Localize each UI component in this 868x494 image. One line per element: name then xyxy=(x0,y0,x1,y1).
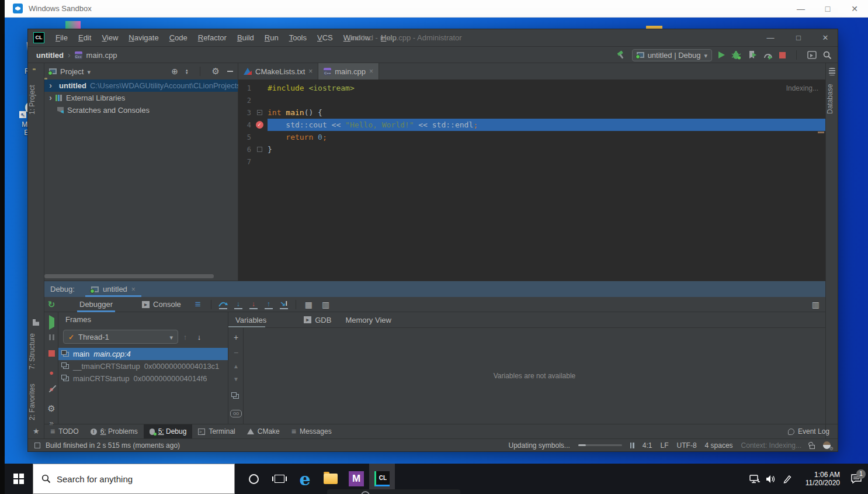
close-tab-icon[interactable]: × xyxy=(369,67,373,75)
stripe-tab-database[interactable]: Database xyxy=(826,78,838,119)
search-everywhere-icon[interactable] xyxy=(823,51,832,60)
step-into-icon[interactable]: ↓ xyxy=(233,300,244,309)
step-out-icon[interactable]: ↑ xyxy=(263,300,274,309)
line-number[interactable]: 6 xyxy=(238,146,251,154)
toolbar-tab-problems[interactable]: 6: Problems xyxy=(85,424,144,439)
tool-window-quick-access-icon[interactable] xyxy=(807,51,817,59)
tab-debugger[interactable]: Debugger xyxy=(74,297,119,312)
fold-marker-icon[interactable]: − xyxy=(257,110,262,115)
toolbar-tab-terminal[interactable]: Terminal xyxy=(192,424,241,439)
line-number[interactable]: 1 xyxy=(238,84,251,92)
error-stripe-mark[interactable] xyxy=(818,132,824,133)
fold-marker-icon[interactable] xyxy=(257,147,262,152)
stripe-tab-project[interactable]: 1: Project xyxy=(28,80,44,120)
debug-button[interactable] xyxy=(731,50,741,60)
locate-file-icon[interactable] xyxy=(171,67,178,76)
menu-run[interactable]: Run xyxy=(259,33,284,42)
stop-process-icon[interactable] xyxy=(44,350,58,358)
build-hammer-icon[interactable] xyxy=(616,50,626,60)
run-button[interactable] xyxy=(718,51,725,58)
close-session-icon[interactable]: × xyxy=(131,285,136,293)
encoding-indicator[interactable]: UTF-8 xyxy=(677,441,697,450)
thread-select[interactable]: Thread-1 xyxy=(63,330,178,344)
line-number[interactable]: 4 xyxy=(238,121,251,129)
search-input[interactable] xyxy=(57,474,203,484)
indent-indicator[interactable]: 4 spaces xyxy=(705,441,733,450)
menu-file[interactable]: File xyxy=(50,33,73,42)
start-button[interactable] xyxy=(5,464,33,494)
collapse-all-icon[interactable] xyxy=(186,67,188,76)
evaluate-expression-icon[interactable] xyxy=(305,300,313,309)
breadcrumb-file[interactable]: main.cpp xyxy=(86,51,117,60)
line-number[interactable]: 2 xyxy=(238,96,251,105)
project-tree-root-row[interactable]: untitled C:\Users\WDAGUtilityAccount\CLi… xyxy=(44,80,238,92)
run-configuration-select[interactable]: untitled | Debug xyxy=(632,49,712,61)
expand-chevron-icon[interactable] xyxy=(49,81,52,90)
mute-breakpoints-icon[interactable] xyxy=(44,385,58,393)
pause-program-icon[interactable] xyxy=(49,334,54,340)
force-step-into-icon[interactable]: ↓ xyxy=(248,300,259,309)
ide-maximize-button[interactable]: □ xyxy=(790,29,807,47)
step-over-icon[interactable] xyxy=(218,300,228,309)
tab-variables[interactable]: Variables xyxy=(228,312,273,327)
stripe-tab-favorites[interactable]: 2: Favorites xyxy=(28,379,44,426)
menu-view[interactable]: View xyxy=(96,33,123,42)
frame-row-tmaincrtstartup[interactable]: __tmainCRTStartup 0x00000000004013c1 xyxy=(58,360,228,372)
restore-layout-icon[interactable] xyxy=(812,300,820,309)
event-log-button[interactable]: Event Log xyxy=(788,427,829,436)
menu-navigate[interactable]: Navigate xyxy=(123,33,164,42)
sandbox-maximize-button[interactable]: □ xyxy=(814,0,841,18)
menu-code[interactable]: Code xyxy=(164,33,193,42)
code-editor[interactable]: 1 #include <iostream> 2 3 − int main() {… xyxy=(238,80,825,281)
debug-session-tab[interactable]: untitled × xyxy=(85,281,141,297)
toolbar-tab-messages[interactable]: Messages xyxy=(286,424,338,439)
layout-options-icon[interactable] xyxy=(195,299,201,310)
sandbox-close-button[interactable]: ✕ xyxy=(841,0,868,18)
breakpoint-icon[interactable] xyxy=(256,121,263,129)
caret-position[interactable]: 4:1 xyxy=(643,441,652,450)
menu-build[interactable]: Build xyxy=(232,33,259,42)
volume-tray-icon[interactable] xyxy=(763,475,779,483)
frame-row-maincrtstartup[interactable]: mainCRTStartup 0x00000000004014f6 xyxy=(58,372,228,385)
move-up-icon[interactable]: ▲ xyxy=(228,363,244,369)
view-options-icon[interactable] xyxy=(322,300,329,309)
line-number[interactable]: 7 xyxy=(238,158,251,166)
project-settings-gear-icon[interactable] xyxy=(212,66,220,77)
line-number[interactable]: 3 xyxy=(238,109,251,117)
stripe-tab-structure[interactable]: 7: Structure xyxy=(28,327,44,375)
remove-watch-icon[interactable]: − xyxy=(228,348,244,357)
menu-tools[interactable]: Tools xyxy=(284,33,312,42)
toolbar-tab-cmake[interactable]: CMake xyxy=(241,424,286,439)
tab-main-cpp[interactable]: main.cpp × xyxy=(318,63,379,80)
menu-refactor[interactable]: Refactor xyxy=(193,33,232,42)
toolwindow-toggle-icon[interactable] xyxy=(34,443,40,448)
stop-button[interactable] xyxy=(779,52,786,58)
toolbar-tab-debug[interactable]: 5: Debug xyxy=(144,424,193,439)
ide-minimize-button[interactable]: — xyxy=(762,29,779,47)
cortana-button[interactable] xyxy=(241,464,266,494)
taskbar-clock[interactable]: 1:06 AM 11/20/2020 xyxy=(799,471,840,487)
tab-cmakelists[interactable]: CMakeLists.txt × xyxy=(238,63,318,80)
external-libraries-row[interactable]: External Libraries xyxy=(44,92,238,104)
view-breakpoints-icon[interactable] xyxy=(44,368,58,377)
previous-frame-icon[interactable]: ↑ xyxy=(178,333,192,341)
menu-vcs[interactable]: VCS xyxy=(312,33,338,42)
scratches-row[interactable]: Scratches and Consoles xyxy=(44,104,238,116)
show-watches-glasses-icon[interactable]: oo xyxy=(228,407,244,417)
horizontal-scrollbar[interactable] xyxy=(44,274,214,278)
line-number[interactable]: 5 xyxy=(238,133,251,141)
debugger-settings-gear-icon[interactable] xyxy=(44,403,58,414)
rerun-icon[interactable] xyxy=(44,299,58,310)
edge-taskbar-button[interactable] xyxy=(292,464,318,494)
windows-ink-pen-icon[interactable] xyxy=(779,474,796,483)
ide-close-button[interactable]: ✕ xyxy=(817,29,834,47)
tab-gdb[interactable]: GDB xyxy=(297,312,338,327)
hide-panel-icon[interactable] xyxy=(227,71,233,72)
pause-background-task-icon[interactable] xyxy=(630,443,634,448)
duplicate-watch-icon[interactable] xyxy=(228,391,244,400)
profiler-button[interactable] xyxy=(763,50,773,60)
breadcrumb-project[interactable]: untitled xyxy=(36,51,64,60)
inspections-hector-icon[interactable] xyxy=(823,441,831,449)
readonly-lock-icon[interactable] xyxy=(810,445,815,449)
close-tab-icon[interactable]: × xyxy=(308,67,313,75)
